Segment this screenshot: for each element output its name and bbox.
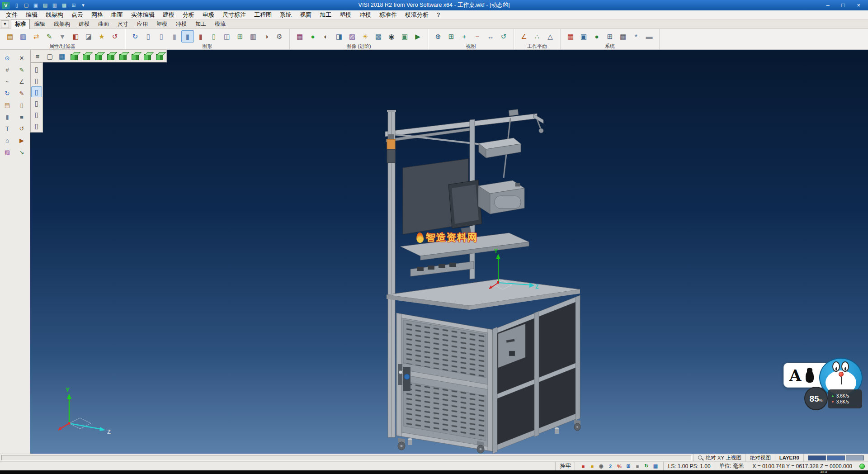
curve-icon[interactable]: ~ [1,76,13,87]
copy-attributes-icon[interactable]: ▥ [17,30,29,43]
toolbar-list-dropdown[interactable]: ▼ [1,20,9,28]
sheet-icon[interactable]: ▯ [16,100,28,110]
minimize-button[interactable]: – [820,1,835,9]
zoom-select-icon[interactable]: ⊙ [1,52,13,63]
zoom-out-icon[interactable]: − [471,30,484,43]
highlight-icon[interactable]: ★ [95,30,108,43]
menu-item[interactable]: 线架构 [42,10,67,19]
menu-item[interactable]: 冲模 [355,10,375,19]
transparent-mode-icon[interactable]: ▯ [208,30,220,43]
tab[interactable]: 建模 [75,19,94,29]
view-list-icon[interactable]: ≡ [32,51,43,62]
tab[interactable]: 模流 [211,19,230,29]
save-icon[interactable]: ▣ [32,2,40,9]
zoom-extents-icon[interactable]: ⊞ [445,30,458,43]
menu-item[interactable]: 分析 [179,10,198,19]
shadow-icon[interactable]: ◐ [320,30,332,43]
tab[interactable]: 塑模 [152,19,171,29]
monitor[interactable] [448,180,482,235]
close-button[interactable]: × [851,1,866,9]
grid-display-icon[interactable]: ⊞ [234,30,246,43]
tab[interactable]: 曲面 [94,19,113,29]
menu-item[interactable]: 加工 [316,10,335,19]
workplane-status-icon[interactable]: ▦ [651,463,659,470]
menu-item[interactable]: 系统 [276,10,296,19]
wireframe-mode-icon[interactable]: ▯ [142,30,155,43]
select-component-icon[interactable]: ▯ [31,120,42,131]
ortho-status-icon[interactable]: ◉ [597,463,605,470]
hanging-shelf[interactable] [479,138,521,158]
solid-cylinder-icon[interactable]: ▮ [1,111,13,122]
status-lights-icon[interactable]: ● [307,30,319,43]
select-solid-icon[interactable]: ▯ [31,109,42,120]
zebra-analysis-icon[interactable]: ▥ [247,30,259,43]
snap-status-icon[interactable]: ■ [579,463,587,470]
shaded-edges-mode-icon[interactable]: ▮ [181,30,194,43]
lighting-icon[interactable]: ☀ [359,30,372,43]
render-settings-icon[interactable]: ▦ [293,30,306,43]
regenerate-icon[interactable]: ↻ [129,30,142,43]
menu-item[interactable]: 曲面 [107,10,127,19]
background-icon[interactable]: ▩ [372,30,385,43]
wcs-icon[interactable]: ⌂ [1,135,13,146]
reset-filter-icon[interactable]: ↺ [108,30,121,43]
tab[interactable]: 编辑 [30,19,49,29]
refresh-status-icon[interactable]: ↻ [642,463,650,470]
view-front-icon[interactable] [93,51,104,62]
view-right-icon[interactable] [105,51,117,62]
lock-toggle[interactable]: 拴牢 [555,462,575,470]
selection-filter-icon[interactable]: ◧ [69,30,82,43]
view-mode[interactable]: 绝对视图 [745,454,775,461]
grid-config-icon[interactable]: ⊞ [604,30,616,43]
select-point-icon[interactable]: ▯ [31,75,42,86]
menu-item[interactable]: 文件 [2,10,22,19]
workplane-axes-icon[interactable]: ∠ [518,30,530,43]
delete-entity-icon[interactable]: ✕ [16,52,28,63]
color-table-icon[interactable]: ▦ [564,30,577,43]
network-speed-widget[interactable]: ▲3.6K/s ▼3.6K/s [828,389,862,408]
viewport-3d[interactable]: ≡▢▦ ▯▯▯▯▯▯ [30,50,868,454]
layer-count-status-icon[interactable]: 2 [606,463,614,470]
color-swatch-gray[interactable] [846,455,864,460]
texture-icon[interactable]: ▨ [346,30,359,43]
snap-grid-icon[interactable]: # [1,64,13,75]
edit-entity-icon[interactable]: ✎ [16,88,28,99]
sketch-icon[interactable]: ✎ [16,64,28,75]
view-orientation[interactable]: 绝对 XY 上视图 [693,454,745,461]
color-swatch-dark-blue[interactable] [808,455,826,460]
view-iso-back-icon[interactable] [154,51,165,62]
match-properties-icon[interactable]: ✎ [43,30,56,43]
palette-icon[interactable]: ▨ [1,147,13,157]
dynamic-rotate-icon[interactable]: ↻ [1,88,13,99]
menu-item[interactable]: 标准件 [375,10,401,19]
title-bar[interactable]: V ▯▢▣▤▥▦⊞▾ VISI 2018 R2 from Vero Softwa… [0,0,868,10]
workplane-view-icon[interactable]: △ [544,30,557,43]
curvature-analysis-icon[interactable]: ◑ [260,30,273,43]
snap-config-icon[interactable]: * [630,30,642,43]
work-surface[interactable] [387,279,580,310]
view-top-icon[interactable] [80,51,92,62]
menu-item[interactable]: 实体编辑 [127,10,159,19]
swap-attributes-icon[interactable]: ⇄ [30,30,42,43]
filter-funnel-icon[interactable]: ▼ [56,30,69,43]
solid-box-icon[interactable]: ■ [16,111,28,122]
view-iso-icon[interactable] [68,51,80,62]
export-icon[interactable]: ↘ [16,147,28,157]
printer[interactable] [478,180,524,214]
menu-item[interactable]: 工程图 [250,10,276,19]
tab[interactable]: 加工 [191,19,210,29]
menu-item[interactable]: 尺寸标注 [218,10,250,19]
previous-view-icon[interactable]: ↺ [497,30,510,43]
animation-icon[interactable]: ▶ [411,30,424,43]
menu-item[interactable]: ? [433,11,444,19]
tab[interactable]: 标准 [11,19,30,29]
list-status-icon[interactable]: ≡ [633,463,641,470]
direction-icon[interactable]: ▶ [16,135,28,146]
viewport-layout-icon[interactable]: ▢ [44,51,56,62]
menu-item[interactable]: 建模 [159,10,179,19]
new-document-icon[interactable]: ▯ [13,2,21,9]
menu-item[interactable]: 模流分析 [401,10,433,19]
tab[interactable]: 应用 [133,19,152,29]
camera-icon[interactable]: ◉ [385,30,398,43]
hidden-line-mode-icon[interactable]: ▯ [155,30,168,43]
